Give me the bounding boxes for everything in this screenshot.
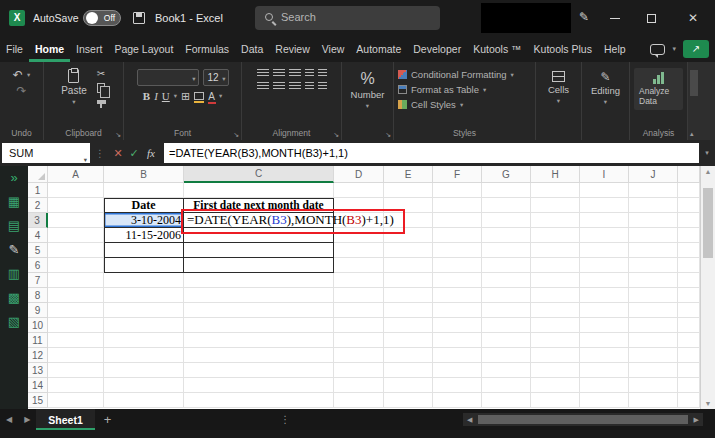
kutools-book-icon[interactable]: ▥ [8, 267, 20, 280]
underline-button[interactable]: U [162, 90, 170, 102]
cell-C1[interactable] [184, 183, 334, 198]
cell-B9[interactable] [104, 303, 184, 318]
cell-D1[interactable] [334, 183, 384, 198]
cell-B7[interactable] [104, 273, 184, 288]
cell-A4[interactable] [48, 228, 104, 243]
merge-center-icon[interactable] [318, 82, 327, 91]
cell-E13[interactable] [384, 363, 433, 378]
cell-H12[interactable] [531, 348, 580, 363]
cell-I15[interactable] [580, 393, 629, 408]
cell-H14[interactable] [531, 378, 580, 393]
select-all-corner[interactable] [28, 166, 48, 183]
cell-B11[interactable] [104, 333, 184, 348]
cell-J12[interactable] [629, 348, 678, 363]
cell-B13[interactable] [104, 363, 184, 378]
cell-I7[interactable] [580, 273, 629, 288]
cell-H2[interactable] [531, 198, 580, 213]
share-button[interactable]: ↗ [683, 40, 709, 58]
comments-caret-icon[interactable]: ▾ [672, 45, 676, 53]
search-box[interactable]: Search [255, 6, 440, 30]
row-header-5[interactable]: 5 [28, 243, 48, 258]
cell-F8[interactable] [433, 288, 482, 303]
column-header-J[interactable]: J [629, 166, 678, 183]
tab-review[interactable]: Review [269, 36, 315, 62]
cell-F3[interactable] [433, 213, 482, 228]
kutools-grid-icon[interactable]: ▩ [8, 291, 20, 304]
align-middle-icon[interactable] [273, 69, 285, 78]
cell-B14[interactable] [104, 378, 184, 393]
cell-D6[interactable] [334, 258, 384, 273]
cell-J2[interactable] [629, 198, 678, 213]
cell-I1[interactable] [580, 183, 629, 198]
next-sheet-icon[interactable]: ▶ [18, 415, 36, 424]
tab-automate[interactable]: Automate [350, 36, 407, 62]
kutools-pane-icon[interactable]: ▤ [8, 219, 20, 232]
alignment-dialog-launcher-icon[interactable]: ↘ [333, 131, 339, 139]
tab-home[interactable]: Home [29, 36, 70, 62]
cell-C2[interactable]: First date next month date [184, 198, 334, 213]
column-header-G[interactable]: G [482, 166, 531, 183]
cell-C6[interactable] [184, 258, 334, 273]
cell-I12[interactable] [580, 348, 629, 363]
cell-G13[interactable] [482, 363, 531, 378]
cell-F2[interactable] [433, 198, 482, 213]
row-header-15[interactable]: 15 [28, 393, 48, 408]
cell-G5[interactable] [482, 243, 531, 258]
tab-data[interactable]: Data [235, 36, 269, 62]
cell-D10[interactable] [334, 318, 384, 333]
cell-C15[interactable] [184, 393, 334, 408]
cell-J8[interactable] [629, 288, 678, 303]
hscroll-right-icon[interactable]: ▶ [690, 416, 703, 424]
cell-C7[interactable] [184, 273, 334, 288]
ink-pen-icon[interactable]: ✎ [579, 10, 589, 24]
cell-E15[interactable] [384, 393, 433, 408]
sheet-tab-sheet1[interactable]: Sheet1 [36, 409, 94, 430]
cell-B8[interactable] [104, 288, 184, 303]
row-header-6[interactable]: 6 [28, 258, 48, 273]
excel-app-icon[interactable]: X [9, 10, 25, 26]
tabbar-dots-icon[interactable]: ⋮ [280, 414, 290, 425]
cell-G3[interactable] [482, 213, 531, 228]
cell-E9[interactable] [384, 303, 433, 318]
cell-H7[interactable] [531, 273, 580, 288]
cell-D2[interactable] [334, 198, 384, 213]
cell-B10[interactable] [104, 318, 184, 333]
vertical-scroll-thumb[interactable] [703, 188, 713, 258]
cell-A13[interactable] [48, 363, 104, 378]
cell-C14[interactable] [184, 378, 334, 393]
cell-E1[interactable] [384, 183, 433, 198]
horizontal-scroll-thumb[interactable] [478, 415, 687, 424]
row-header-10[interactable]: 10 [28, 318, 48, 333]
column-header-H[interactable]: H [531, 166, 580, 183]
cell-G15[interactable] [482, 393, 531, 408]
tab-developer[interactable]: Developer [407, 36, 467, 62]
tab-kutools[interactable]: Kutools ™ [467, 36, 527, 62]
font-size-combobox[interactable]: 12▾ [203, 69, 229, 86]
cell-B6[interactable] [104, 258, 184, 273]
cell-I10[interactable] [580, 318, 629, 333]
cell-H10[interactable] [531, 318, 580, 333]
expand-pane-icon[interactable]: » [10, 171, 17, 184]
clipboard-dialog-launcher-icon[interactable]: ↘ [115, 131, 121, 139]
cell-G1[interactable] [482, 183, 531, 198]
cell-H15[interactable] [531, 393, 580, 408]
cell-D8[interactable] [334, 288, 384, 303]
cell-styles-button[interactable]: Cell Styles ▾ [398, 99, 463, 110]
column-header-I[interactable]: I [580, 166, 629, 183]
cell-J11[interactable] [629, 333, 678, 348]
font-color-caret-icon[interactable]: ▾ [219, 92, 222, 100]
add-sheet-icon[interactable]: + [95, 412, 121, 427]
cell-J4[interactable] [629, 228, 678, 243]
cell-D14[interactable] [334, 378, 384, 393]
column-header-E[interactable]: E [384, 166, 433, 183]
cell-E11[interactable] [384, 333, 433, 348]
tab-view[interactable]: View [316, 36, 351, 62]
cut-icon[interactable]: ✂ [97, 69, 105, 79]
formula-input[interactable]: =DATE(YEAR(B3),MONTH(B3)+1,1) [164, 143, 699, 163]
cell-D7[interactable] [334, 273, 384, 288]
cell-E14[interactable] [384, 378, 433, 393]
cell-F11[interactable] [433, 333, 482, 348]
align-center-icon[interactable] [273, 82, 285, 91]
cell-D5[interactable] [334, 243, 384, 258]
align-right-icon[interactable] [289, 82, 301, 91]
